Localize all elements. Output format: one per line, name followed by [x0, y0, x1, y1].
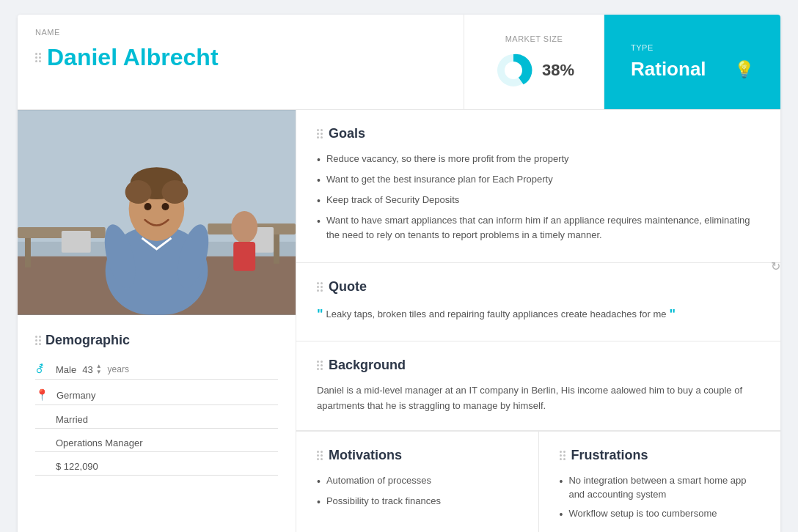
svg-point-19 [161, 203, 169, 210]
header-type-section: TYPE Rational 💡 [604, 15, 780, 109]
svg-rect-12 [233, 242, 255, 271]
frustrations-section: Frustrations No integration between a sm… [539, 432, 781, 532]
age-row: 43 ▲▼ [82, 363, 101, 375]
goals-title: Goals [317, 126, 760, 141]
frustrations-list: No integration between a smart home app … [560, 473, 761, 522]
quote-close-icon: " [670, 307, 676, 322]
header-market-section: MARKET SIZE 38% [464, 15, 604, 109]
name-value: Daniel Albrecht [35, 44, 446, 71]
svg-rect-5 [18, 227, 106, 238]
name-label: NAME [35, 28, 446, 37]
persona-card: NAME Daniel Albrecht ↻ MARKET SIZE 38% [18, 15, 780, 532]
svg-rect-6 [25, 238, 31, 267]
goal-item-3: Keep track of Security Deposits [317, 193, 760, 209]
market-pie-chart [494, 51, 533, 90]
drag-handle-icon [560, 451, 565, 460]
background-title: Background [317, 358, 760, 373]
motivations-section: Motivations Automation of processes Poss… [296, 432, 539, 532]
country-row: 📍 Germany [35, 388, 278, 405]
persona-photo [18, 110, 296, 315]
photo-section [18, 110, 296, 315]
header: NAME Daniel Albrecht ↻ MARKET SIZE 38% [18, 15, 780, 110]
body: Demographic ⚦ Male 43 ▲▼ years [18, 110, 780, 532]
market-percentage: 38% [542, 61, 574, 80]
demographic-section: Demographic ⚦ Male 43 ▲▼ years [18, 315, 296, 532]
frustration-item-1: No integration between a smart home app … [560, 473, 761, 502]
income-row: $ 122,090 [35, 461, 278, 476]
drag-handle-icon [35, 336, 41, 345]
svg-rect-7 [62, 231, 91, 253]
quote-section: Quote "Leaky taps, broken tiles and repa… [296, 263, 780, 341]
goals-section: Goals Reduce vacancy, so there is more p… [296, 110, 780, 263]
market-chart-row: 38% [494, 51, 574, 90]
svg-rect-9 [274, 234, 279, 264]
goals-list: Reduce vacancy, so there is more profit … [317, 152, 760, 242]
marital-status-value: Married [56, 414, 88, 425]
persona-name: Daniel Albrecht [47, 44, 219, 71]
goal-item-4: Want to have smart appliances that can i… [317, 213, 760, 242]
left-column: Demographic ⚦ Male 43 ▲▼ years [18, 110, 296, 532]
marital-status-row: Married [35, 414, 278, 429]
svg-point-16 [125, 180, 152, 204]
age-value: 43 [82, 364, 92, 375]
job-row: Operations Manager [35, 437, 278, 452]
motivations-title: Motivations [317, 448, 518, 463]
country-value: Germany [56, 390, 95, 401]
lightbulb-icon: 💡 [734, 60, 754, 79]
quote-open-icon: " [317, 307, 323, 322]
background-section: Background Daniel is a mid-level manager… [296, 341, 780, 431]
refresh-icon[interactable]: ↻ [771, 259, 780, 273]
frustration-item-2: Workflow setup is too cumbersome [560, 506, 761, 522]
drag-handle-icon [317, 451, 323, 460]
market-size-label: MARKET SIZE [505, 34, 563, 43]
drag-handle-icon [317, 129, 323, 138]
type-label: TYPE [631, 43, 754, 52]
drag-handle-icon [35, 53, 41, 62]
right-column: Goals Reduce vacancy, so there is more p… [296, 110, 780, 532]
drag-handle-icon [317, 361, 323, 370]
goal-item-1: Reduce vacancy, so there is more profit … [317, 152, 760, 168]
frustrations-title: Frustrations [560, 448, 761, 463]
motivation-item-2: Possibility to track finances [317, 494, 518, 510]
demographic-title: Demographic [35, 333, 278, 348]
svg-point-18 [144, 203, 152, 210]
age-stepper[interactable]: ▲▼ [96, 363, 102, 375]
header-name-section: NAME Daniel Albrecht ↻ [18, 15, 464, 109]
quote-text: "Leaky taps, broken tiles and repairing … [317, 305, 760, 325]
drag-handle-icon [317, 282, 323, 292]
goal-item-2: Want to get the best insurance plan for … [317, 172, 760, 188]
quote-title: Quote [317, 279, 760, 295]
gender-age-row: ⚦ Male 43 ▲▼ years [35, 363, 278, 380]
svg-point-17 [161, 180, 188, 204]
type-row: Rational 💡 [631, 58, 754, 81]
motivation-item-1: Automation of processes [317, 473, 518, 489]
job-value: Operations Manager [56, 437, 143, 448]
gender-value: Male [56, 364, 76, 375]
bottom-sections: Motivations Automation of processes Poss… [296, 431, 780, 532]
svg-point-1 [505, 62, 522, 79]
gender-icon: ⚦ [35, 363, 48, 376]
location-icon: 📍 [35, 388, 49, 402]
svg-point-11 [231, 211, 257, 243]
years-label: years [108, 364, 129, 374]
type-value: Rational [631, 58, 706, 81]
motivations-list: Automation of processes Possibility to t… [317, 473, 518, 510]
background-text: Daniel is a mid-level manager at an IT c… [317, 383, 760, 414]
income-value: $ 122,090 [56, 461, 98, 472]
